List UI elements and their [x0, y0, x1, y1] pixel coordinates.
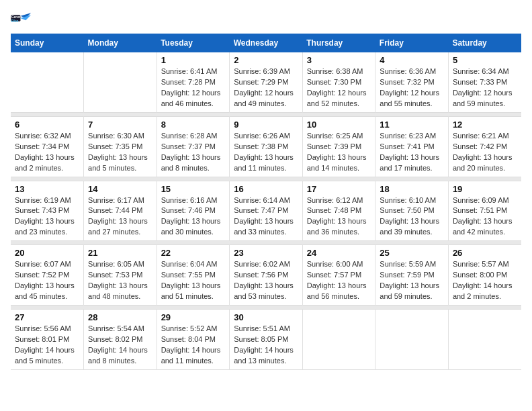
cell-content: Sunrise: 6:32 AM Sunset: 7:34 PM Dayligh… — [15, 131, 79, 174]
calendar-cell: 16Sunrise: 6:14 AM Sunset: 7:47 PM Dayli… — [230, 181, 303, 241]
calendar-cell: 4Sunrise: 6:36 AM Sunset: 7:32 PM Daylig… — [375, 52, 449, 112]
day-number: 22 — [161, 248, 226, 258]
cell-content: Sunrise: 6:09 AM Sunset: 7:51 PM Dayligh… — [453, 195, 517, 238]
week-row-2: 6Sunrise: 6:32 AM Sunset: 7:34 PM Daylig… — [11, 116, 521, 177]
cell-content: Sunrise: 6:39 AM Sunset: 7:29 PM Dayligh… — [234, 66, 298, 109]
calendar-cell: 26Sunrise: 5:57 AM Sunset: 8:00 PM Dayli… — [448, 245, 521, 306]
calendar-cell: 21Sunrise: 6:05 AM Sunset: 7:53 PM Dayli… — [84, 245, 157, 306]
logo: General Blue — [11, 11, 32, 26]
calendar-cell: 12Sunrise: 6:21 AM Sunset: 7:42 PM Dayli… — [448, 116, 521, 177]
header-thursday: Thursday — [302, 34, 375, 52]
day-number: 19 — [453, 184, 517, 194]
cell-content: Sunrise: 6:14 AM Sunset: 7:47 PM Dayligh… — [234, 195, 298, 238]
day-number: 14 — [88, 184, 152, 194]
calendar-cell: 20Sunrise: 6:07 AM Sunset: 7:52 PM Dayli… — [11, 245, 84, 306]
day-number: 25 — [380, 248, 444, 258]
day-number: 3 — [307, 55, 371, 65]
calendar-cell: 11Sunrise: 6:23 AM Sunset: 7:41 PM Dayli… — [375, 116, 449, 177]
calendar-cell: 5Sunrise: 6:34 AM Sunset: 7:33 PM Daylig… — [448, 52, 521, 112]
calendar-cell: 6Sunrise: 6:32 AM Sunset: 7:34 PM Daylig… — [11, 116, 84, 177]
calendar-cell: 27Sunrise: 5:56 AM Sunset: 8:01 PM Dayli… — [11, 310, 84, 370]
calendar-cell — [11, 52, 84, 112]
day-number: 16 — [234, 184, 298, 194]
day-number: 9 — [234, 120, 298, 130]
day-number: 4 — [380, 55, 444, 65]
day-number: 11 — [380, 120, 444, 130]
cell-content: Sunrise: 6:00 AM Sunset: 7:57 PM Dayligh… — [307, 259, 371, 302]
day-number: 29 — [161, 312, 226, 322]
calendar-cell: 29Sunrise: 5:52 AM Sunset: 8:04 PM Dayli… — [157, 310, 230, 370]
calendar-cell: 18Sunrise: 6:10 AM Sunset: 7:50 PM Dayli… — [375, 181, 449, 241]
header-wednesday: Wednesday — [230, 34, 303, 52]
week-row-5: 27Sunrise: 5:56 AM Sunset: 8:01 PM Dayli… — [11, 310, 521, 370]
cell-content: Sunrise: 6:16 AM Sunset: 7:46 PM Dayligh… — [161, 195, 226, 238]
day-number: 7 — [88, 120, 152, 130]
day-number: 24 — [307, 248, 371, 258]
cell-content: Sunrise: 6:02 AM Sunset: 7:56 PM Dayligh… — [234, 259, 298, 302]
day-number: 15 — [161, 184, 226, 194]
cell-content: Sunrise: 6:04 AM Sunset: 7:55 PM Dayligh… — [161, 259, 226, 302]
days-header-row: SundayMondayTuesdayWednesdayThursdayFrid… — [11, 34, 521, 52]
cell-content: Sunrise: 6:05 AM Sunset: 7:53 PM Dayligh… — [88, 259, 152, 302]
cell-content: Sunrise: 6:36 AM Sunset: 7:32 PM Dayligh… — [380, 66, 444, 109]
calendar-cell: 19Sunrise: 6:09 AM Sunset: 7:51 PM Dayli… — [448, 181, 521, 241]
day-number: 23 — [234, 248, 298, 258]
day-number: 5 — [453, 55, 517, 65]
header-saturday: Saturday — [448, 34, 521, 52]
cell-content: Sunrise: 5:52 AM Sunset: 8:04 PM Dayligh… — [161, 324, 226, 367]
day-number: 28 — [88, 312, 152, 322]
calendar-cell: 2Sunrise: 6:39 AM Sunset: 7:29 PM Daylig… — [230, 52, 303, 112]
day-number: 26 — [453, 248, 517, 258]
calendar-cell: 30Sunrise: 5:51 AM Sunset: 8:05 PM Dayli… — [230, 310, 303, 370]
cell-content: Sunrise: 6:17 AM Sunset: 7:44 PM Dayligh… — [88, 195, 152, 238]
calendar-cell: 14Sunrise: 6:17 AM Sunset: 7:44 PM Dayli… — [84, 181, 157, 241]
calendar-cell — [84, 52, 157, 112]
calendar-cell — [375, 310, 449, 370]
day-number: 6 — [15, 120, 79, 130]
cell-content: Sunrise: 6:07 AM Sunset: 7:52 PM Dayligh… — [15, 259, 79, 302]
calendar-cell: 25Sunrise: 5:59 AM Sunset: 7:59 PM Dayli… — [375, 245, 449, 306]
day-number: 27 — [15, 312, 79, 322]
header-friday: Friday — [375, 34, 449, 52]
cell-content: Sunrise: 6:38 AM Sunset: 7:30 PM Dayligh… — [307, 66, 371, 109]
calendar-cell: 10Sunrise: 6:25 AM Sunset: 7:39 PM Dayli… — [302, 116, 375, 177]
day-number: 20 — [15, 248, 79, 258]
cell-content: Sunrise: 6:21 AM Sunset: 7:42 PM Dayligh… — [453, 131, 517, 174]
cell-content: Sunrise: 6:34 AM Sunset: 7:33 PM Dayligh… — [453, 66, 517, 109]
cell-content: Sunrise: 6:25 AM Sunset: 7:39 PM Dayligh… — [307, 131, 371, 174]
cell-content: Sunrise: 6:10 AM Sunset: 7:50 PM Dayligh… — [380, 195, 444, 238]
day-number: 1 — [161, 55, 226, 65]
cell-content: Sunrise: 6:41 AM Sunset: 7:28 PM Dayligh… — [161, 66, 226, 109]
cell-content: Sunrise: 6:28 AM Sunset: 7:37 PM Dayligh… — [161, 131, 226, 174]
cell-content: Sunrise: 5:59 AM Sunset: 7:59 PM Dayligh… — [380, 259, 444, 302]
calendar-cell: 17Sunrise: 6:12 AM Sunset: 7:48 PM Dayli… — [302, 181, 375, 241]
logo-icon: General Blue — [11, 11, 32, 26]
day-number: 30 — [234, 312, 298, 322]
day-number: 2 — [234, 55, 298, 65]
calendar-cell: 28Sunrise: 5:54 AM Sunset: 8:02 PM Dayli… — [84, 310, 157, 370]
calendar-cell — [302, 310, 375, 370]
day-number: 21 — [88, 248, 152, 258]
cell-content: Sunrise: 5:51 AM Sunset: 8:05 PM Dayligh… — [234, 324, 298, 367]
cell-content: Sunrise: 5:56 AM Sunset: 8:01 PM Dayligh… — [15, 324, 79, 367]
day-number: 10 — [307, 120, 371, 130]
cell-content: Sunrise: 6:19 AM Sunset: 7:43 PM Dayligh… — [15, 195, 79, 238]
calendar-table: SundayMondayTuesdayWednesdayThursdayFrid… — [11, 34, 521, 370]
calendar-cell: 1Sunrise: 6:41 AM Sunset: 7:28 PM Daylig… — [157, 52, 230, 112]
cell-content: Sunrise: 6:26 AM Sunset: 7:38 PM Dayligh… — [234, 131, 298, 174]
page-header: General Blue — [11, 11, 521, 26]
calendar-cell: 23Sunrise: 6:02 AM Sunset: 7:56 PM Dayli… — [230, 245, 303, 306]
cell-content: Sunrise: 5:54 AM Sunset: 8:02 PM Dayligh… — [88, 324, 152, 367]
day-number: 17 — [307, 184, 371, 194]
calendar-cell: 24Sunrise: 6:00 AM Sunset: 7:57 PM Dayli… — [302, 245, 375, 306]
cell-content: Sunrise: 5:57 AM Sunset: 8:00 PM Dayligh… — [453, 259, 517, 302]
header-sunday: Sunday — [11, 34, 84, 52]
calendar-cell: 7Sunrise: 6:30 AM Sunset: 7:35 PM Daylig… — [84, 116, 157, 177]
calendar-cell: 15Sunrise: 6:16 AM Sunset: 7:46 PM Dayli… — [157, 181, 230, 241]
day-number: 13 — [15, 184, 79, 194]
header-monday: Monday — [84, 34, 157, 52]
day-number: 18 — [380, 184, 444, 194]
day-number: 12 — [453, 120, 517, 130]
week-row-4: 20Sunrise: 6:07 AM Sunset: 7:52 PM Dayli… — [11, 245, 521, 306]
header-tuesday: Tuesday — [157, 34, 230, 52]
